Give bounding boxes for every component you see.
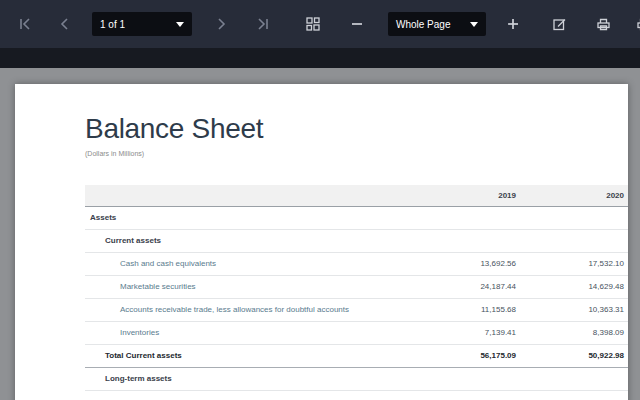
zoom-mode-dropdown[interactable]: Whole Page — [388, 12, 486, 36]
chevron-right-icon — [214, 17, 228, 31]
page-layout-button[interactable] — [302, 11, 324, 37]
zoom-mode-value: Whole Page — [396, 19, 450, 30]
row-label: Long-term assets — [85, 367, 418, 390]
chevron-bar-right-icon — [256, 17, 270, 31]
value-2020: 10,363.31 — [520, 298, 628, 321]
value-2020 — [520, 367, 628, 390]
table-row: Inventories7,139.418,398.09 — [85, 321, 628, 344]
column-header-label — [85, 185, 418, 206]
table-row: Total Current assets56,175.0950,922.98 — [85, 344, 628, 367]
toolbar-shadow-strip — [0, 48, 640, 68]
printer-icon — [636, 17, 640, 32]
chevron-left-icon — [58, 17, 72, 31]
page-number-value: 1 of 1 — [100, 19, 125, 30]
value-2019 — [418, 367, 520, 390]
table-row: Assets — [85, 206, 628, 229]
value-2019 — [418, 206, 520, 229]
value-2020 — [520, 229, 628, 252]
pencil-square-icon — [552, 17, 567, 32]
print-preview-button[interactable] — [632, 11, 640, 37]
column-header-2020: 2020 — [520, 185, 628, 206]
row-label: Current assets — [85, 229, 418, 252]
first-page-button[interactable] — [14, 11, 36, 37]
grid-squares-icon — [305, 16, 321, 32]
table-body: AssetsCurrent assetsCash and cash equiva… — [85, 206, 628, 390]
minus-icon — [350, 17, 364, 31]
report-page: Balance Sheet (Dollars in Millions) 2019… — [15, 84, 628, 400]
chevron-bar-left-icon — [18, 17, 32, 31]
row-label: Cash and cash equivalents — [85, 252, 418, 275]
row-label: Accounts receivable trade, less allowanc… — [85, 298, 418, 321]
row-label: Marketable securities — [85, 275, 418, 298]
row-label: Inventories — [85, 321, 418, 344]
table-header-row: 2019 2020 — [85, 185, 628, 206]
value-2020: 50,922.98 — [520, 344, 628, 367]
table-row: Current assets — [85, 229, 628, 252]
next-page-button[interactable] — [210, 11, 232, 37]
table-row: Accounts receivable trade, less allowanc… — [85, 298, 628, 321]
table-row: Long-term assets — [85, 367, 628, 390]
print-button[interactable] — [592, 11, 614, 37]
value-2020: 8,398.09 — [520, 321, 628, 344]
value-2019: 24,187.44 — [418, 275, 520, 298]
report-canvas[interactable]: Balance Sheet (Dollars in Millions) 2019… — [0, 68, 640, 400]
plus-icon — [506, 17, 520, 31]
printer-icon — [596, 17, 611, 32]
value-2020 — [520, 206, 628, 229]
row-label: Assets — [85, 206, 418, 229]
balance-sheet-table: 2019 2020 AssetsCurrent assetsCash and c… — [85, 185, 628, 391]
chevron-down-icon — [470, 22, 478, 27]
page-number-dropdown[interactable]: 1 of 1 — [92, 12, 192, 36]
value-2019: 7,139.41 — [418, 321, 520, 344]
page-subtitle: (Dollars in Millions) — [15, 150, 628, 157]
column-header-2019: 2019 — [418, 185, 520, 206]
last-page-button[interactable] — [252, 11, 274, 37]
table-row: Marketable securities24,187.4414,629.48 — [85, 275, 628, 298]
report-viewer-toolbar: 1 of 1 Whole Pa — [0, 0, 640, 48]
previous-page-button[interactable] — [54, 11, 76, 37]
zoom-in-button[interactable] — [502, 11, 524, 37]
value-2019: 13,692.56 — [418, 252, 520, 275]
table-row: Cash and cash equivalents13,692.5617,532… — [85, 252, 628, 275]
chevron-down-icon — [176, 22, 184, 27]
value-2020: 14,629.48 — [520, 275, 628, 298]
value-2019: 56,175.09 — [418, 344, 520, 367]
zoom-out-button[interactable] — [346, 11, 368, 37]
value-2019 — [418, 229, 520, 252]
value-2019: 11,155.68 — [418, 298, 520, 321]
value-2020: 17,532.10 — [520, 252, 628, 275]
row-label: Total Current assets — [85, 344, 418, 367]
edit-parameters-button[interactable] — [548, 11, 570, 37]
page-title: Balance Sheet — [15, 84, 628, 145]
